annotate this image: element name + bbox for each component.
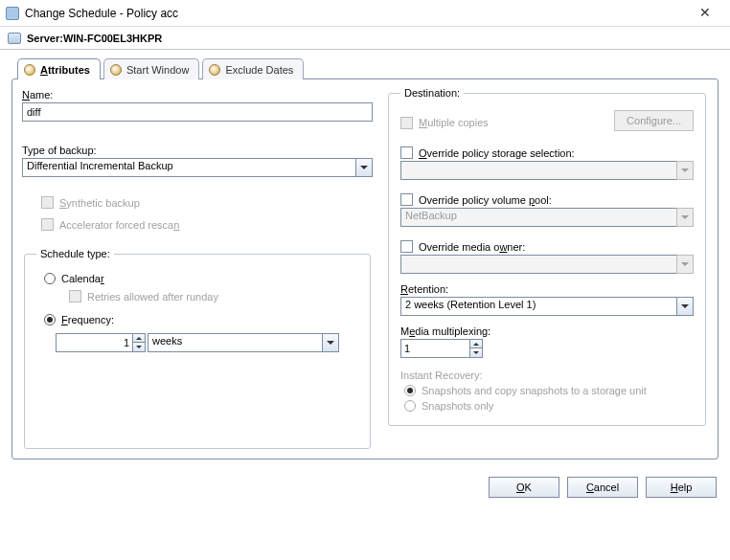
accelerator-rescan-label: Accelerator forced rescan	[59, 219, 179, 231]
retention-combo[interactable]: 2 weeks (Retention Level 1)	[400, 297, 694, 316]
synthetic-backup-label: Synthetic backup	[59, 197, 140, 209]
tab-start-window[interactable]: Start Window	[103, 58, 199, 79]
volume-pool-combo: NetBackup	[400, 208, 694, 227]
help-button[interactable]: Help	[646, 477, 717, 498]
server-icon	[8, 33, 21, 44]
instant-recovery-label: Instant Recovery:	[400, 370, 694, 381]
chevron-down-icon	[681, 262, 689, 266]
frequency-label: Frequency:	[61, 314, 114, 325]
configure-button: Configure...	[614, 110, 694, 131]
titlebar: Change Schedule - Policy acc ✕	[0, 0, 730, 27]
media-owner-value	[400, 255, 676, 274]
media-multiplexing-spinner[interactable]	[400, 339, 694, 358]
server-label: Server:	[27, 33, 63, 44]
retention-value: 2 weeks (Retention Level 1)	[400, 297, 676, 316]
media-owner-combo	[400, 255, 694, 274]
override-volume-label: Override policy volume pool:	[419, 194, 552, 206]
clock-icon	[110, 64, 122, 76]
tab-exclude-dates-label: Exclude Dates	[225, 64, 293, 76]
spinner-down[interactable]	[469, 348, 483, 358]
retries-checkbox	[69, 290, 81, 302]
chevron-down-icon	[681, 215, 689, 219]
ir-snapshots-only-label: Snapshots only	[422, 400, 493, 412]
dialog-footer: OK Cancel Help	[0, 471, 730, 507]
tab-attributes-label: ttributes	[48, 64, 90, 76]
schedule-type-group: Schedule type: Calendar Retries allowed …	[24, 248, 371, 449]
spinner-up[interactable]	[469, 339, 483, 348]
override-media-owner-checkbox[interactable]	[400, 240, 413, 253]
clock-icon	[209, 64, 220, 76]
destination-group: Destination: Multiple copies Configure..…	[388, 87, 706, 426]
tab-start-window-label: Start Window	[126, 64, 189, 76]
dropdown-button[interactable]	[676, 297, 694, 316]
schedule-type-legend: Schedule type:	[36, 248, 114, 259]
frequency-value[interactable]	[56, 333, 132, 352]
cancel-button[interactable]: Cancel	[567, 477, 638, 498]
retention-label: Retention:	[400, 283, 694, 295]
chevron-down-icon	[360, 166, 368, 169]
name-input[interactable]	[22, 102, 373, 122]
chevron-up-icon	[136, 337, 142, 340]
attributes-panel: Name: Type of backup: Differential Incre…	[11, 78, 719, 459]
spinner-down[interactable]	[132, 343, 146, 352]
storage-selection-combo	[400, 161, 694, 180]
spinner-up[interactable]	[132, 333, 146, 343]
server-name: WIN-FC00EL3HKPR	[63, 33, 162, 44]
media-multiplexing-value[interactable]	[400, 339, 469, 358]
volume-pool-value: NetBackup	[400, 208, 676, 227]
type-of-backup-combo[interactable]: Differential Incremental Backup	[22, 158, 373, 177]
dropdown-button[interactable]	[355, 158, 373, 177]
multiple-copies-label: Multiple copies	[419, 117, 489, 128]
synthetic-backup-checkbox	[41, 196, 54, 209]
storage-selection-value	[400, 161, 676, 180]
dropdown-button[interactable]	[322, 333, 339, 352]
clock-icon	[24, 64, 35, 76]
frequency-unit-value: weeks	[148, 333, 322, 352]
app-icon	[6, 7, 19, 20]
retries-label: Retries allowed after runday	[87, 291, 218, 302]
tab-exclude-dates[interactable]: Exclude Dates	[202, 58, 304, 79]
name-label: Name:	[22, 89, 373, 101]
chevron-up-icon	[473, 343, 479, 346]
type-of-backup-label: Type of backup:	[22, 145, 373, 156]
close-button[interactable]: ✕	[686, 2, 724, 25]
frequency-unit-combo[interactable]: weeks	[148, 333, 339, 352]
override-media-owner-label: Override media owner:	[419, 241, 525, 253]
dropdown-button	[676, 255, 694, 274]
frequency-spinner[interactable]	[56, 333, 146, 352]
media-multiplexing-label: Media multiplexing:	[400, 325, 694, 337]
override-storage-checkbox[interactable]	[400, 146, 413, 159]
type-of-backup-value: Differential Incremental Backup	[22, 158, 355, 177]
dropdown-button	[676, 161, 694, 180]
ir-snapshots-only-radio	[404, 400, 416, 412]
override-volume-checkbox[interactable]	[400, 193, 413, 206]
ir-snapshots-copy-radio	[404, 385, 416, 396]
ok-button[interactable]: OK	[489, 477, 559, 498]
override-storage-label: Override policy storage selection:	[419, 147, 575, 159]
calendar-radio[interactable]	[44, 273, 56, 284]
dropdown-button	[676, 208, 694, 227]
calendar-label: Calendar	[61, 273, 104, 284]
server-bar: Server: WIN-FC00EL3HKPR	[0, 27, 730, 50]
chevron-down-icon	[327, 341, 334, 345]
chevron-down-icon	[681, 304, 689, 308]
frequency-radio[interactable]	[44, 314, 56, 325]
ir-snapshots-copy-label: Snapshots and copy snapshots to a storag…	[422, 385, 647, 396]
destination-legend: Destination:	[400, 87, 464, 99]
accelerator-rescan-checkbox	[41, 218, 54, 231]
window-title: Change Schedule - Policy acc	[25, 7, 686, 20]
multiple-copies-checkbox	[400, 117, 413, 129]
chevron-down-icon	[681, 168, 689, 172]
chevron-down-icon	[473, 351, 479, 354]
chevron-down-icon	[136, 346, 142, 348]
tab-row: Attributes Start Window Exclude Dates	[17, 57, 719, 78]
tab-attributes[interactable]: Attributes	[17, 58, 101, 79]
